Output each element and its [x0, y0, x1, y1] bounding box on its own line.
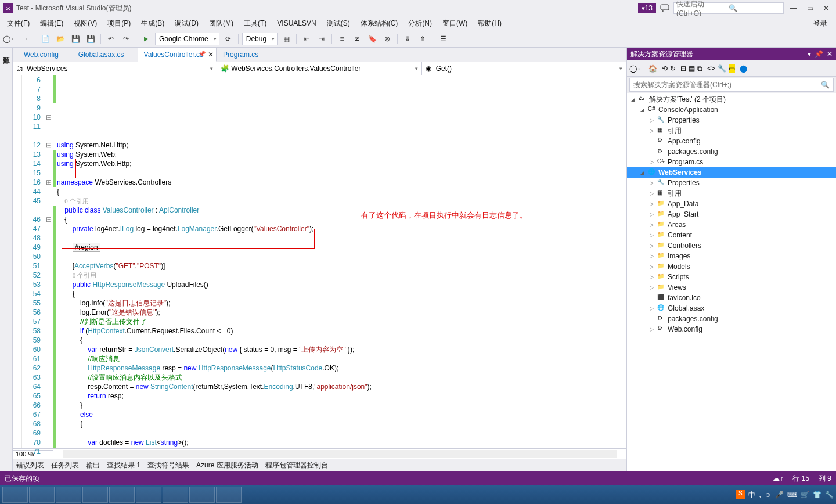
menu-item[interactable]: 调试(D) [170, 17, 203, 30]
expand-icon[interactable]: ▷ [648, 117, 655, 123]
expand-icon[interactable]: ◢ [639, 107, 646, 113]
uncomment-icon[interactable]: ≢ [351, 33, 363, 45]
expand-icon[interactable]: ▷ [648, 232, 655, 238]
tray-icon[interactable]: ⌨ [787, 491, 797, 499]
expand-icon[interactable]: ▷ [648, 211, 655, 217]
sln-back-icon[interactable]: ◯← [629, 64, 644, 73]
platform-icon[interactable]: ▦ [280, 33, 293, 45]
tree-node[interactable]: ⚙packages.config [627, 146, 836, 157]
tree-node[interactable]: ▷🔧Properties [627, 115, 836, 125]
comment-icon[interactable]: ≡ [336, 33, 348, 45]
pane-pin-icon[interactable]: 📌 [815, 50, 823, 58]
menu-item[interactable]: 窗口(W) [438, 17, 472, 30]
taskbar-item[interactable] [109, 487, 135, 503]
tree-node[interactable]: ▷📁Models [627, 261, 836, 272]
expand-icon[interactable]: ▷ [648, 305, 655, 311]
tree-node[interactable]: ▷📁Views [627, 282, 836, 293]
sln-team-icon[interactable]: ⬤ [740, 64, 747, 73]
output-tab[interactable]: 任务列表 [51, 460, 79, 470]
document-tab[interactable]: Web.config [17, 48, 72, 62]
output-tab[interactable]: 查找符号结果 [147, 460, 189, 470]
expand-icon[interactable]: ▷ [648, 190, 655, 196]
tray-icon[interactable]: ☺ [765, 491, 772, 499]
undo-icon[interactable]: ↶ [105, 33, 117, 45]
indent-out-icon[interactable]: ⇤ [300, 33, 313, 45]
tree-node[interactable]: ▷📁Controllers [627, 240, 836, 251]
svn-update-icon[interactable]: ⇓ [401, 33, 414, 45]
expand-icon[interactable]: ▷ [648, 243, 655, 249]
tree-node[interactable]: ⚙App.config [627, 136, 836, 146]
minimize-button[interactable]: — [787, 2, 800, 14]
output-tab[interactable]: 程序包管理器控制台 [265, 460, 328, 470]
nav-method-combo[interactable]: ◉Get() [422, 62, 626, 75]
expand-icon[interactable]: ▷ [648, 285, 655, 290]
document-tab[interactable]: ValuesController.cs📌✕ [138, 48, 217, 62]
maximize-button[interactable]: ▭ [803, 2, 816, 14]
pane-dropdown-icon[interactable]: ▾ [808, 50, 811, 58]
output-tab[interactable]: 查找结果 1 [107, 460, 140, 470]
datasource-tab[interactable]: 数据源 [0, 48, 13, 471]
menu-item[interactable]: 帮助(H) [473, 17, 506, 30]
sln-refresh-icon[interactable]: ↻ [670, 64, 676, 73]
taskbar-item[interactable] [56, 487, 81, 503]
config-combo[interactable]: Debug [242, 33, 278, 45]
horizontal-scrollbar[interactable] [63, 450, 617, 458]
taskbar-item[interactable] [136, 487, 161, 503]
code-editor[interactable]: 6789101112131415164445464748495051525354… [13, 75, 626, 448]
expand-icon[interactable]: ▷ [648, 222, 655, 228]
notification-flag[interactable]: ▾13 [638, 3, 656, 13]
tree-node[interactable]: ▷C#Program.cs [627, 157, 836, 167]
new-project-icon[interactable]: 📄 [39, 33, 52, 45]
quick-launch-input[interactable]: 快速启动 (Ctrl+Q)🔍 [673, 2, 784, 14]
sln-home-icon[interactable]: 🏠 [648, 64, 657, 73]
expand-icon[interactable]: ▷ [648, 274, 655, 280]
tree-node[interactable]: ▷📁App_Start [627, 209, 836, 219]
tray-icon[interactable]: , [759, 491, 761, 499]
menu-item[interactable]: VISUALSVN [272, 18, 320, 28]
tree-node[interactable]: ⚙packages.config [627, 314, 836, 324]
indent-in-icon[interactable]: ⇥ [315, 33, 328, 45]
menu-item[interactable]: 编辑(E) [35, 17, 68, 30]
toggle-icon[interactable]: ⊗ [381, 33, 394, 45]
tree-node[interactable]: ◢C#ConsoleApplication [627, 105, 836, 115]
menu-item[interactable]: 文件(F) [2, 17, 34, 30]
sln-collapse-icon[interactable]: ⊟ [680, 64, 686, 73]
tray-icon[interactable]: 👕 [813, 491, 821, 499]
solution-search-input[interactable]: 搜索解决方案资源管理器(Ctrl+;) 🔍 [629, 78, 834, 92]
open-icon[interactable]: 📂 [54, 33, 67, 45]
expand-icon[interactable]: ◢ [629, 96, 636, 102]
redo-icon[interactable]: ↷ [120, 33, 132, 45]
refresh-icon[interactable]: ⟳ [222, 33, 235, 45]
tree-node[interactable]: ◢🗂解决方案'Test' (2 个项目) [627, 94, 836, 105]
document-tab[interactable]: Global.asax.cs [72, 48, 138, 62]
tree-node[interactable]: ▷▦引用 [627, 188, 836, 199]
output-tab[interactable]: Azure 应用服务活动 [196, 460, 258, 470]
taskbar-item[interactable] [163, 487, 188, 503]
tray-icon[interactable]: 🔧 [825, 491, 834, 499]
status-publish-icon[interactable]: ☁↑ [773, 474, 783, 483]
expand-icon[interactable]: ▷ [648, 253, 655, 259]
menu-item[interactable]: 视图(V) [69, 17, 102, 30]
svn-commit-icon[interactable]: ⇑ [416, 33, 429, 45]
menu-item[interactable]: 工具(T) [239, 17, 271, 30]
pin-icon[interactable]: 📌 [199, 51, 206, 57]
menu-item[interactable]: 团队(M) [204, 17, 238, 30]
tree-node[interactable]: ▷📁App_Data [627, 199, 836, 209]
tray-icon[interactable]: 🎤 [775, 491, 784, 499]
tree-node[interactable]: ▷▦引用 [627, 125, 836, 136]
menu-item[interactable]: 体系结构(C) [356, 17, 403, 30]
tree-node[interactable]: ▷📁Areas [627, 219, 836, 230]
tray-icon[interactable]: 🛒 [801, 491, 809, 499]
start-debug-icon[interactable]: ▶ [140, 33, 153, 45]
sln-sync-icon[interactable]: ⟲ [662, 64, 668, 73]
expand-icon[interactable]: ◢ [639, 170, 646, 175]
menu-item[interactable]: 分析(N) [403, 17, 437, 30]
expand-icon[interactable]: ▷ [648, 180, 655, 186]
document-tab[interactable]: Program.cs [217, 48, 272, 62]
tree-node[interactable]: ▷📁Images [627, 251, 836, 261]
feedback-icon[interactable] [660, 3, 670, 13]
taskbar-item[interactable] [216, 487, 242, 503]
sln-copy-icon[interactable]: ⧉ [697, 64, 702, 73]
bookmark-icon[interactable]: 🔖 [366, 33, 379, 45]
taskbar-item[interactable] [29, 487, 55, 503]
